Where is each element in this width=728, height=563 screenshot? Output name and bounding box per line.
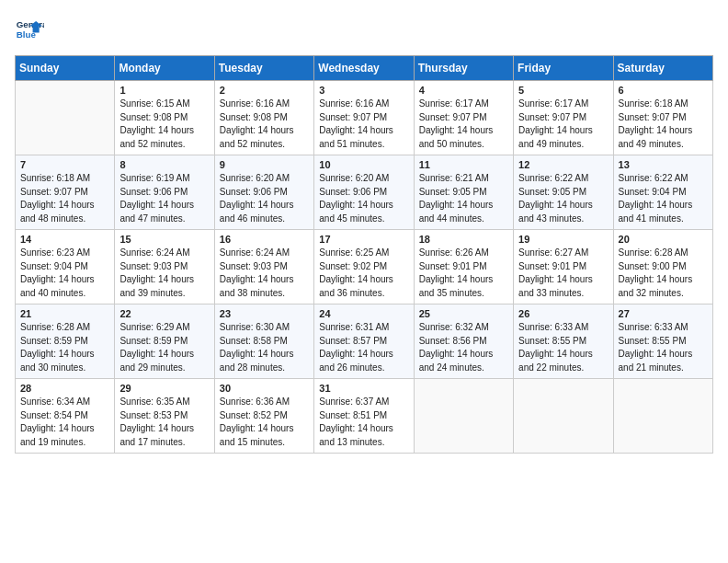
cell-content: Sunrise: 6:25 AM Sunset: 9:02 PM Dayligh… [319,247,408,300]
calendar-header: SundayMondayTuesdayWednesdayThursdayFrid… [16,56,713,81]
calendar-cell: 5Sunrise: 6:17 AM Sunset: 9:07 PM Daylig… [514,81,613,155]
page-header: General Blue [15,15,713,44]
cell-content: Sunrise: 6:15 AM Sunset: 9:08 PM Dayligh… [119,98,209,151]
calendar-cell: 22Sunrise: 6:29 AM Sunset: 8:59 PM Dayli… [115,304,214,379]
day-number: 20 [619,234,708,245]
day-number: 16 [220,234,309,245]
logo-icon: General Blue [15,15,44,44]
calendar-table: SundayMondayTuesdayWednesdayThursdayFrid… [15,55,713,454]
cell-content: Sunrise: 6:24 AM Sunset: 9:03 PM Dayligh… [119,247,209,300]
calendar-cell: 2Sunrise: 6:16 AM Sunset: 9:08 PM Daylig… [214,81,313,155]
day-number: 18 [419,234,508,245]
day-number: 12 [518,159,608,170]
day-header: Monday [115,56,214,81]
day-number: 5 [518,85,608,96]
cell-content: Sunrise: 6:36 AM Sunset: 8:52 PM Dayligh… [220,396,309,449]
cell-content: Sunrise: 6:26 AM Sunset: 9:01 PM Dayligh… [419,247,508,300]
day-header: Tuesday [214,56,313,81]
calendar-cell: 7Sunrise: 6:18 AM Sunset: 9:07 PM Daylig… [16,155,115,230]
cell-content: Sunrise: 6:33 AM Sunset: 8:55 PM Dayligh… [518,321,608,374]
calendar-body: 1Sunrise: 6:15 AM Sunset: 9:08 PM Daylig… [16,81,713,454]
cell-content: Sunrise: 6:17 AM Sunset: 9:07 PM Dayligh… [419,98,508,151]
calendar-cell: 17Sunrise: 6:25 AM Sunset: 9:02 PM Dayli… [314,230,414,304]
day-header: Sunday [16,56,115,81]
calendar-cell: 12Sunrise: 6:22 AM Sunset: 9:05 PM Dayli… [514,155,613,230]
cell-content: Sunrise: 6:20 AM Sunset: 9:06 PM Dayligh… [319,172,408,225]
calendar-cell: 29Sunrise: 6:35 AM Sunset: 8:53 PM Dayli… [115,379,214,454]
day-number: 24 [319,308,408,319]
day-number: 15 [119,234,209,245]
calendar-week-row: 7Sunrise: 6:18 AM Sunset: 9:07 PM Daylig… [16,155,713,230]
cell-content: Sunrise: 6:34 AM Sunset: 8:54 PM Dayligh… [20,396,109,449]
day-number: 9 [220,159,309,170]
day-number: 29 [119,383,209,394]
calendar-cell: 20Sunrise: 6:28 AM Sunset: 9:00 PM Dayli… [613,230,712,304]
header-row: SundayMondayTuesdayWednesdayThursdayFrid… [16,56,713,81]
cell-content: Sunrise: 6:28 AM Sunset: 9:00 PM Dayligh… [619,247,708,300]
cell-content: Sunrise: 6:18 AM Sunset: 9:07 PM Dayligh… [20,172,109,225]
cell-content: Sunrise: 6:24 AM Sunset: 9:03 PM Dayligh… [220,247,309,300]
cell-content: Sunrise: 6:19 AM Sunset: 9:06 PM Dayligh… [119,172,209,225]
calendar-cell: 13Sunrise: 6:22 AM Sunset: 9:04 PM Dayli… [613,155,712,230]
cell-content: Sunrise: 6:17 AM Sunset: 9:07 PM Dayligh… [518,98,608,151]
cell-content: Sunrise: 6:16 AM Sunset: 9:07 PM Dayligh… [319,98,408,151]
calendar-cell: 4Sunrise: 6:17 AM Sunset: 9:07 PM Daylig… [414,81,513,155]
calendar-cell: 31Sunrise: 6:37 AM Sunset: 8:51 PM Dayli… [314,379,414,454]
calendar-cell: 25Sunrise: 6:32 AM Sunset: 8:56 PM Dayli… [414,304,513,379]
cell-content: Sunrise: 6:37 AM Sunset: 8:51 PM Dayligh… [319,396,408,449]
day-number: 1 [119,85,209,96]
day-number: 7 [20,159,109,170]
cell-content: Sunrise: 6:31 AM Sunset: 8:57 PM Dayligh… [319,321,408,374]
day-number: 21 [20,308,109,319]
day-number: 17 [319,234,408,245]
day-number: 19 [518,234,608,245]
calendar-week-row: 1Sunrise: 6:15 AM Sunset: 9:08 PM Daylig… [16,81,713,155]
calendar-cell: 9Sunrise: 6:20 AM Sunset: 9:06 PM Daylig… [214,155,313,230]
calendar-cell: 24Sunrise: 6:31 AM Sunset: 8:57 PM Dayli… [314,304,414,379]
day-number: 14 [20,234,109,245]
day-number: 25 [419,308,508,319]
day-number: 22 [119,308,209,319]
calendar-week-row: 21Sunrise: 6:28 AM Sunset: 8:59 PM Dayli… [16,304,713,379]
calendar-week-row: 14Sunrise: 6:23 AM Sunset: 9:04 PM Dayli… [16,230,713,304]
day-header: Wednesday [314,56,414,81]
day-number: 26 [518,308,608,319]
calendar-cell: 19Sunrise: 6:27 AM Sunset: 9:01 PM Dayli… [514,230,613,304]
day-header: Friday [514,56,613,81]
calendar-cell: 21Sunrise: 6:28 AM Sunset: 8:59 PM Dayli… [16,304,115,379]
calendar-cell: 30Sunrise: 6:36 AM Sunset: 8:52 PM Dayli… [214,379,313,454]
cell-content: Sunrise: 6:16 AM Sunset: 9:08 PM Dayligh… [220,98,309,151]
calendar-cell: 18Sunrise: 6:26 AM Sunset: 9:01 PM Dayli… [414,230,513,304]
day-number: 2 [220,85,309,96]
day-header: Saturday [613,56,712,81]
calendar-week-row: 28Sunrise: 6:34 AM Sunset: 8:54 PM Dayli… [16,379,713,454]
day-number: 28 [20,383,109,394]
calendar-cell: 6Sunrise: 6:18 AM Sunset: 9:07 PM Daylig… [613,81,712,155]
cell-content: Sunrise: 6:35 AM Sunset: 8:53 PM Dayligh… [119,396,209,449]
calendar-cell: 27Sunrise: 6:33 AM Sunset: 8:55 PM Dayli… [613,304,712,379]
calendar-cell: 23Sunrise: 6:30 AM Sunset: 8:58 PM Dayli… [214,304,313,379]
cell-content: Sunrise: 6:29 AM Sunset: 8:59 PM Dayligh… [119,321,209,374]
calendar-cell: 15Sunrise: 6:24 AM Sunset: 9:03 PM Dayli… [115,230,214,304]
cell-content: Sunrise: 6:30 AM Sunset: 8:58 PM Dayligh… [220,321,309,374]
calendar-cell: 16Sunrise: 6:24 AM Sunset: 9:03 PM Dayli… [214,230,313,304]
day-number: 31 [319,383,408,394]
day-number: 23 [220,308,309,319]
day-number: 3 [319,85,408,96]
calendar-cell: 10Sunrise: 6:20 AM Sunset: 9:06 PM Dayli… [314,155,414,230]
calendar-cell: 26Sunrise: 6:33 AM Sunset: 8:55 PM Dayli… [514,304,613,379]
cell-content: Sunrise: 6:32 AM Sunset: 8:56 PM Dayligh… [419,321,508,374]
cell-content: Sunrise: 6:21 AM Sunset: 9:05 PM Dayligh… [419,172,508,225]
day-number: 11 [419,159,508,170]
day-number: 6 [619,85,708,96]
day-number: 13 [619,159,708,170]
calendar-cell [514,379,613,454]
day-number: 10 [319,159,408,170]
day-header: Thursday [414,56,513,81]
cell-content: Sunrise: 6:27 AM Sunset: 9:01 PM Dayligh… [518,247,608,300]
cell-content: Sunrise: 6:33 AM Sunset: 8:55 PM Dayligh… [619,321,708,374]
calendar-cell: 14Sunrise: 6:23 AM Sunset: 9:04 PM Dayli… [16,230,115,304]
logo: General Blue [15,15,48,44]
cell-content: Sunrise: 6:20 AM Sunset: 9:06 PM Dayligh… [220,172,309,225]
calendar-cell: 8Sunrise: 6:19 AM Sunset: 9:06 PM Daylig… [115,155,214,230]
